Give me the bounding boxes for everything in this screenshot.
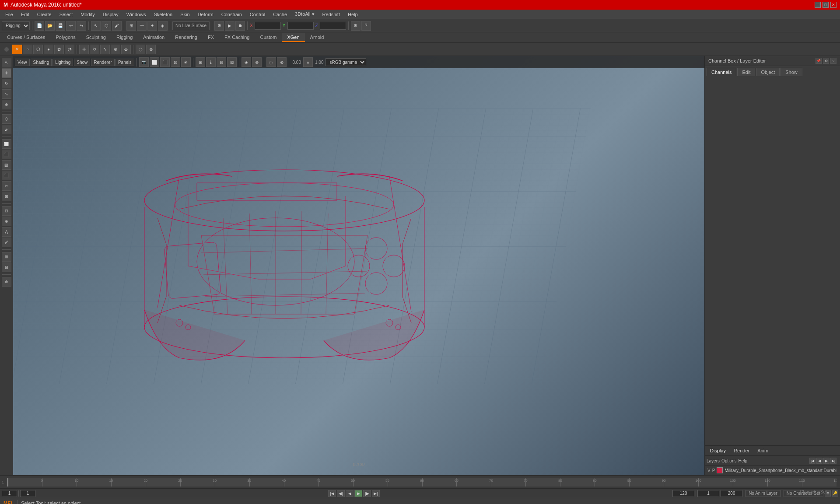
tab-xgen[interactable]: XGen [282, 33, 304, 42]
current-frame-input[interactable] [2, 490, 17, 497]
viewport-3d[interactable]: View Shading Lighting Show Renderer Pane… [13, 56, 704, 475]
save-file-button[interactable]: 💾 [56, 21, 65, 31]
menu-help[interactable]: Help [344, 11, 361, 18]
layer-nav-prev[interactable]: ◀ [816, 458, 822, 464]
hud-button[interactable]: ℹ [206, 57, 216, 67]
menu-redshift[interactable]: Redshift [319, 11, 343, 18]
channel-box-options-button[interactable]: ⚙ [823, 58, 829, 64]
object-mode-button[interactable]: ⬡ [33, 45, 43, 54]
tab-polygons[interactable]: Polygons [50, 33, 80, 42]
anim-start-input[interactable] [697, 490, 719, 497]
play-forward-button[interactable]: ▶ [354, 490, 362, 497]
gamma-selector[interactable]: sRGB gamma [326, 58, 366, 66]
channel-box-help-button[interactable]: ? [830, 58, 836, 64]
move-tool-lt[interactable]: ✛ [2, 68, 11, 78]
x-axis-field[interactable] [255, 22, 281, 30]
render-tab-layer[interactable]: Render [730, 447, 753, 454]
snap-point-button[interactable]: ✦ [147, 21, 157, 31]
workspace-dropdown[interactable]: Rigging [2, 21, 30, 30]
help-option[interactable]: Help [738, 458, 747, 463]
display-tab[interactable]: Display [707, 447, 729, 454]
xray-toggle-button[interactable]: ◌ [266, 57, 276, 67]
snap-together-lt[interactable]: ⊡ [2, 206, 11, 216]
tab-arnold[interactable]: Arnold [305, 33, 329, 42]
smooth-shaded-button[interactable]: ⬛ [160, 57, 170, 67]
y-axis-field[interactable] [287, 22, 314, 30]
tab-rendering[interactable]: Rendering [170, 33, 203, 42]
anim-tab-layer[interactable]: Anim [754, 447, 772, 454]
panel-layout-lt[interactable]: ⊟ [2, 262, 11, 272]
move-tool-button[interactable]: ✛ [79, 45, 89, 54]
paint-select-button[interactable]: 🖌 [112, 21, 122, 31]
goto-end-button[interactable]: ▶| [372, 490, 380, 497]
viewport-show-menu[interactable]: Show [74, 59, 90, 66]
range-start-input[interactable] [20, 490, 35, 497]
bridge-lt[interactable]: ⬛ [2, 171, 11, 180]
connect-lt[interactable]: ⊞ [2, 192, 11, 201]
paint-lt[interactable]: 🖌 [2, 125, 11, 134]
snap-grid-button[interactable]: ⊞ [126, 21, 136, 31]
xray-button[interactable]: ◌ [136, 45, 145, 54]
open-file-button[interactable]: 📂 [45, 21, 55, 31]
paint-fx-button[interactable]: ✿ [54, 45, 64, 54]
tab-sculpting[interactable]: Sculpting [81, 33, 111, 42]
menu-select[interactable]: Select [56, 11, 77, 18]
select-tool-lt[interactable]: ↖ [2, 58, 11, 67]
viewport-shading-menu[interactable]: Shading [31, 59, 52, 66]
rotate-tool-lt[interactable]: ↻ [2, 79, 11, 88]
step-back-button[interactable]: ◀| [337, 490, 345, 497]
viewport-value1-btn[interactable]: ▲ [303, 57, 313, 67]
multi-cut-lt[interactable]: ✂ [2, 181, 11, 191]
soft-mod-button[interactable]: ⬙ [121, 45, 131, 54]
tab-rigging[interactable]: Rigging [111, 33, 138, 42]
title-bar-controls[interactable]: ─ □ ✕ [815, 2, 836, 8]
snap-curve-button[interactable]: 〜 [137, 21, 147, 31]
menu-constrain[interactable]: Constrain [218, 11, 245, 18]
scale-tool-button[interactable]: ⤡ [100, 45, 110, 54]
tab-animation[interactable]: Animation [138, 33, 170, 42]
lasso-lt[interactable]: ⬡ [2, 114, 11, 124]
range-end-input[interactable] [672, 490, 694, 497]
maximize-button[interactable]: □ [822, 2, 829, 8]
menu-3dtaAll[interactable]: 3DtoAll ▾ [291, 10, 318, 18]
menu-deform[interactable]: Deform [194, 11, 217, 18]
goto-start-button[interactable]: |◀ [328, 490, 336, 497]
paint-mode-button[interactable]: ● [44, 45, 53, 54]
menu-file[interactable]: File [2, 11, 17, 18]
anim-end-input[interactable] [721, 490, 742, 497]
no-anim-layer-button[interactable]: No Anim Layer [746, 490, 780, 497]
layer-nav-first[interactable]: |◀ [809, 458, 816, 464]
viewport-renderer-menu[interactable]: Renderer [91, 59, 115, 66]
rivet-lt[interactable]: ⊕ [2, 217, 11, 226]
menu-modify[interactable]: Modify [77, 11, 98, 18]
layer-nav-last[interactable]: ▶| [830, 458, 836, 464]
render-settings-button[interactable]: ⚙ [214, 21, 224, 31]
show-hide-button[interactable]: ◔ [65, 45, 74, 54]
interactive-render-button[interactable]: ⏺ [235, 21, 245, 31]
create-poly-lt[interactable]: ⬜ [2, 139, 11, 149]
edit-tab[interactable]: Edit [737, 68, 755, 76]
tab-fx[interactable]: FX [203, 33, 219, 42]
timeline-ruler[interactable]: 5101520253035404550556065707580859095100… [7, 478, 836, 486]
resolution-gate-button[interactable]: ⊟ [217, 57, 226, 67]
extrude-lt[interactable]: ⬛ [2, 150, 11, 159]
step-forward-button[interactable]: |▶ [363, 490, 371, 497]
help-button-toolbar[interactable]: ? [361, 21, 371, 31]
object-tab[interactable]: Object [756, 68, 780, 76]
lighting-button[interactable]: ☀ [181, 57, 191, 67]
snap-surface-button[interactable]: ◈ [158, 21, 168, 31]
minimize-button[interactable]: ─ [815, 2, 821, 8]
grid-toggle-button[interactable]: ⊞ [196, 57, 205, 67]
close-button[interactable]: ✕ [830, 2, 836, 8]
new-file-button[interactable]: 📄 [35, 21, 44, 31]
viewport-lighting-menu[interactable]: Lighting [52, 59, 73, 66]
show-tab[interactable]: Show [780, 68, 802, 76]
selection-highlight-button[interactable]: ◈ [242, 57, 251, 67]
menu-skeleton[interactable]: Skeleton [150, 11, 176, 18]
menu-windows[interactable]: Windows [123, 11, 150, 18]
menu-display[interactable]: Display [99, 11, 122, 18]
z-axis-field[interactable] [320, 22, 346, 30]
textured-button[interactable]: ⊡ [171, 57, 180, 67]
layers-option[interactable]: Layers [707, 458, 720, 463]
grid-layout-lt[interactable]: ⊞ [2, 252, 11, 262]
